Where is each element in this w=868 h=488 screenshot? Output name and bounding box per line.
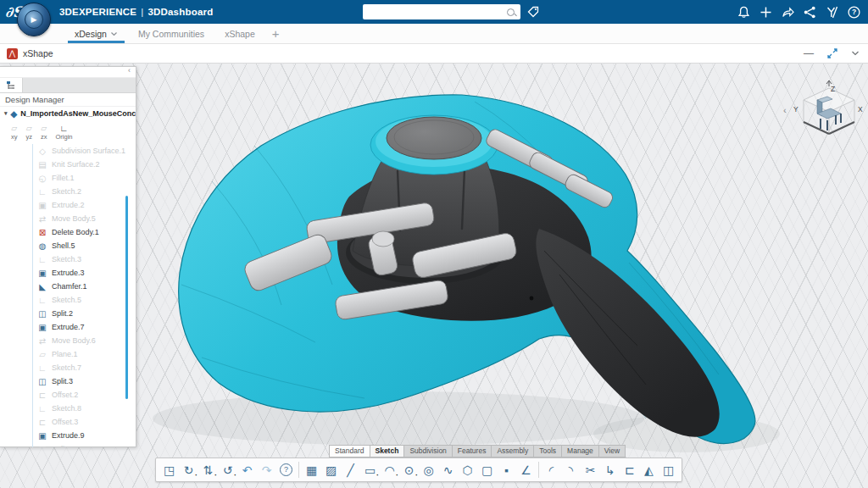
tree-item-label: Split.4 — [52, 445, 73, 447]
positioned-sketch-icon[interactable]: ▨ — [321, 460, 341, 480]
tree-item-sketch-3[interactable]: ∟Sketch.3 — [0, 252, 136, 266]
tree-item-move-body-6[interactable]: ⇄Move Body.6 — [0, 334, 136, 347]
viewport-3d[interactable]: ‹ Z Y X ‹ — [0, 63, 868, 488]
tree-node-zx[interactable]: ▱zx — [41, 120, 47, 144]
corner-fillet-icon[interactable]: ◜ — [542, 460, 561, 480]
collapse-button[interactable] — [851, 50, 860, 57]
tab-my-communities[interactable]: My Communities — [128, 24, 214, 43]
tree-item-offset-2[interactable]: ⊏Offset.2 — [0, 388, 136, 402]
project-icon[interactable]: ↳ — [600, 460, 620, 480]
tangent-arc-icon[interactable]: ◝ — [561, 460, 581, 480]
tree-node-xy[interactable]: ▱xy — [11, 120, 18, 144]
circle-icon[interactable]: ⊙· — [399, 460, 419, 480]
view-cube[interactable]: ‹ Z Y X — [778, 80, 866, 152]
tree-node-origin[interactable]: ∟Origin — [56, 120, 73, 144]
viewcube-collapse-chevron[interactable]: ‹ — [783, 105, 787, 115]
planes-row: ▱xy▱yz▱zx∟Origin — [0, 120, 136, 144]
tree-item-split-3[interactable]: ◫Split.3 — [0, 374, 136, 388]
insert-part-icon[interactable]: ◳ — [159, 460, 179, 480]
minimize-button[interactable]: — — [804, 47, 814, 59]
tree-item-offset-3[interactable]: ⊏Offset.3 — [0, 415, 136, 429]
update-icon[interactable]: ↺· — [218, 460, 237, 480]
tree-item-sketch-8[interactable]: ∟Sketch.8 — [0, 402, 136, 415]
ellipse-icon[interactable]: ◎ — [419, 460, 438, 480]
design-manager-panel: ‹ Design Manager ▾ ◆ N_ImportedAsNew_Mou… — [0, 66, 136, 447]
undo-icon-glyph: ↶ — [242, 464, 253, 476]
toolbar-tab-sketch[interactable]: Sketch — [370, 445, 405, 458]
sketch-icon: ∟ — [37, 363, 47, 373]
tree-item-extrude-9[interactable]: ▣Extrude.9 — [0, 429, 136, 442]
tree-item-extrude-2[interactable]: ▣Extrude.2 — [0, 198, 136, 212]
tab-xshape[interactable]: xShape — [214, 24, 265, 43]
tree-item-delete-body-1[interactable]: ⊠Delete Body.1 — [0, 225, 136, 239]
toolbar-tab-standard[interactable]: Standard — [329, 445, 370, 458]
toolbar-tab-features[interactable]: Features — [453, 445, 492, 458]
add-tab-button[interactable]: + — [265, 24, 287, 43]
share-network-icon[interactable] — [803, 5, 817, 19]
tab-xdesign[interactable]: xDesign — [64, 24, 128, 43]
sketch-icon[interactable]: ▦ — [302, 460, 321, 480]
convert-icon[interactable]: ◫ — [659, 460, 678, 480]
polygon-icon[interactable]: ⬡ — [458, 460, 477, 480]
trim-icon[interactable]: ✂ — [581, 460, 600, 480]
tree-item-split-2[interactable]: ◫Split.2 — [0, 307, 136, 320]
arc-icon-glyph: ◠ — [384, 464, 394, 476]
tree-item-sketch-7[interactable]: ∟Sketch.7 — [0, 361, 136, 374]
tab-design-manager[interactable] — [0, 78, 23, 92]
expand-caret-icon[interactable]: ▾ — [4, 110, 8, 117]
point-icon[interactable]: ▪ — [497, 460, 516, 480]
add-content-icon[interactable] — [759, 5, 773, 19]
tree-item-knit-surface-2[interactable]: ▤Knit Surface.2 — [0, 158, 136, 171]
share-forward-icon[interactable] — [781, 5, 795, 19]
tree-item-move-body-5[interactable]: ⇄Move Body.5 — [0, 212, 136, 225]
mirror-icon[interactable]: ◭ — [639, 460, 659, 480]
tree-item-plane-1[interactable]: ▱Plane.1 — [0, 347, 136, 361]
dropdown-dot-icon: · — [396, 474, 398, 477]
search-input[interactable] — [363, 8, 507, 16]
help-icon[interactable]: ? — [847, 5, 861, 19]
rectangle-icon[interactable]: ▭· — [360, 460, 380, 480]
toolbar-tab-tools[interactable]: Tools — [534, 445, 562, 458]
tree-item-shell-5[interactable]: ◍Shell.5 — [0, 239, 136, 252]
tree-node-yz[interactable]: ▱yz — [26, 120, 33, 144]
arc-icon[interactable]: ◠· — [380, 460, 399, 480]
slot-icon[interactable]: ▢ — [477, 460, 497, 480]
import-export-icon[interactable]: ⇅· — [198, 460, 218, 480]
tree-item-label: Extrude.9 — [52, 431, 85, 440]
undo-icon[interactable]: ↶ — [237, 460, 257, 480]
tree-item-sketch-2[interactable]: ∟Sketch.2 — [0, 185, 136, 198]
assistant-icon[interactable] — [825, 5, 839, 19]
sketch-icon: ∟ — [37, 404, 47, 413]
tree-item-extrude-7[interactable]: ▣Extrude.7 — [0, 320, 136, 334]
line-icon[interactable]: ╱ — [341, 460, 360, 480]
search-box[interactable] — [363, 4, 520, 19]
panel-scrollbar[interactable] — [125, 196, 128, 399]
toolbar-tab-view[interactable]: View — [599, 445, 626, 458]
tree-item-extrude-3[interactable]: ▣Extrude.3 — [0, 266, 136, 280]
tree-item-fillet-1[interactable]: ◵Fillet.1 — [0, 171, 136, 185]
tree-item-split-4[interactable]: ◫Split.4 — [0, 442, 136, 447]
compass-logo[interactable]: ▶ — [17, 3, 51, 36]
split-icon: ◫ — [37, 377, 47, 386]
offset-icon[interactable]: ⊏ — [620, 460, 639, 480]
polyline-icon[interactable]: ∠ — [516, 460, 536, 480]
notifications-bell-icon[interactable] — [737, 5, 751, 19]
toolbar-tab-manage[interactable]: Manage — [562, 445, 599, 458]
plane-label: zx — [41, 133, 47, 141]
split-icon: ◫ — [37, 309, 47, 319]
tree-item-subdivision-surface-1[interactable]: ◇Subdivision Surface.1 — [0, 144, 136, 158]
help-icon[interactable]: ? — [276, 460, 296, 480]
toolbar-tab-assembly[interactable]: Assembly — [492, 445, 534, 458]
resize-button[interactable] — [827, 48, 837, 58]
tag-icon[interactable] — [526, 5, 540, 19]
panel-collapse-chevron[interactable]: ‹ — [128, 66, 131, 75]
toolbar-tab-subdivision[interactable]: Subdivision — [404, 445, 452, 458]
tree-item-chamfer-1[interactable]: ◣Chamfer.1 — [0, 280, 136, 293]
convert-icon-glyph: ◫ — [663, 464, 674, 476]
spline-icon[interactable]: ∿ — [438, 460, 458, 480]
tree-item-sketch-5[interactable]: ∟Sketch.5 — [0, 293, 136, 307]
save-icon[interactable]: ↻· — [179, 460, 198, 480]
tree-root-node[interactable]: ▾ ◆ N_ImportedAsNew_MouseConcept2 — [0, 107, 136, 120]
redo-icon[interactable]: ↷ — [257, 460, 276, 480]
plane-label: yz — [26, 133, 33, 141]
